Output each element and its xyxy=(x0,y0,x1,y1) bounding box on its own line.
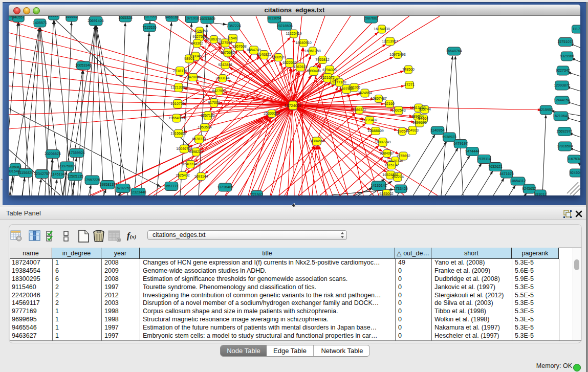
svg-text:19166827: 19166827 xyxy=(170,132,187,136)
svg-text:1691144: 1691144 xyxy=(194,174,208,179)
svg-text:1071918: 1071918 xyxy=(185,16,199,20)
svg-text:9474444: 9474444 xyxy=(465,149,480,154)
svg-text:9777169: 9777169 xyxy=(332,80,346,84)
svg-text:6479197: 6479197 xyxy=(453,142,468,146)
svg-text:9146821: 9146821 xyxy=(257,53,271,57)
svg-text:924506: 924506 xyxy=(570,171,580,175)
svg-text:1145194: 1145194 xyxy=(51,172,64,177)
svg-text:98901: 98901 xyxy=(184,57,194,61)
svg-text:935744: 935744 xyxy=(419,107,431,112)
svg-text:9329966: 9329966 xyxy=(560,54,574,58)
svg-text:16053809: 16053809 xyxy=(199,17,215,21)
svg-text:11156829: 11156829 xyxy=(18,171,34,175)
svg-text:771502: 771502 xyxy=(251,193,263,195)
svg-text:19654: 19654 xyxy=(397,129,407,134)
svg-text:15409948: 15409948 xyxy=(182,162,199,166)
svg-text:19958137: 19958137 xyxy=(99,183,116,187)
svg-text:8678334: 8678334 xyxy=(192,137,206,141)
svg-text:1362615: 1362615 xyxy=(293,65,308,69)
svg-text:1140954: 1140954 xyxy=(430,128,444,133)
svg-text:7955812: 7955812 xyxy=(315,58,330,62)
svg-text:13716485: 13716485 xyxy=(217,185,233,189)
svg-text:10654112: 10654112 xyxy=(510,179,526,183)
svg-text:12444154: 12444154 xyxy=(554,98,570,102)
svg-text:1010755: 1010755 xyxy=(170,102,185,106)
svg-text:23420046: 23420046 xyxy=(185,75,201,79)
svg-text:90517: 90517 xyxy=(49,16,59,18)
svg-text:9227342: 9227342 xyxy=(556,69,570,73)
svg-text:17271: 17271 xyxy=(404,83,415,87)
svg-text:16961758: 16961758 xyxy=(304,49,321,53)
svg-text:1546: 1546 xyxy=(229,36,237,40)
svg-text:2087682: 2087682 xyxy=(364,16,378,20)
svg-text:9498222: 9498222 xyxy=(189,150,203,154)
svg-text:7625402: 7625402 xyxy=(176,173,190,178)
svg-text:18807249: 18807249 xyxy=(375,140,391,144)
svg-text:3215953: 3215953 xyxy=(539,108,553,112)
svg-text:917006: 917006 xyxy=(208,101,220,105)
svg-text:25300213: 25300213 xyxy=(264,112,280,116)
svg-text:10688609: 10688609 xyxy=(367,129,384,133)
svg-text:3624554: 3624554 xyxy=(358,91,372,95)
svg-text:18724007: 18724007 xyxy=(285,103,301,108)
svg-text:16154838: 16154838 xyxy=(374,27,390,31)
svg-text:165532: 165532 xyxy=(66,16,78,19)
svg-text:18640910: 18640910 xyxy=(295,41,312,45)
svg-text:8813054: 8813054 xyxy=(267,16,281,20)
svg-text:3675685: 3675685 xyxy=(221,51,235,55)
svg-text:9245652: 9245652 xyxy=(522,187,536,191)
svg-text:14136141: 14136141 xyxy=(371,184,387,188)
svg-text:1733426: 1733426 xyxy=(394,187,408,191)
svg-text:20691406: 20691406 xyxy=(88,19,104,23)
svg-text:12213967: 12213967 xyxy=(382,39,398,43)
svg-text:8990448: 8990448 xyxy=(307,69,321,73)
svg-text:17957225: 17957225 xyxy=(84,178,100,182)
svg-text:843362: 843362 xyxy=(191,41,203,46)
svg-text:9245002: 9245002 xyxy=(379,192,394,195)
svg-text:252214: 252214 xyxy=(391,175,404,179)
svg-text:62160: 62160 xyxy=(384,102,395,106)
svg-text:12213383: 12213383 xyxy=(170,85,187,90)
svg-text:9899695: 9899695 xyxy=(412,121,427,125)
svg-text:19654983: 19654983 xyxy=(168,116,185,120)
svg-text:1167534: 1167534 xyxy=(567,157,580,161)
svg-text:2867608: 2867608 xyxy=(232,45,247,49)
svg-text:1615132: 1615132 xyxy=(384,163,399,167)
svg-text:1527602: 1527602 xyxy=(143,16,158,18)
svg-text:746266: 746266 xyxy=(348,85,360,90)
svg-text:2803144: 2803144 xyxy=(215,76,230,80)
svg-text:10807487: 10807487 xyxy=(371,97,387,101)
svg-text:5938923: 5938923 xyxy=(442,135,456,139)
svg-text:15692971: 15692971 xyxy=(556,129,573,134)
svg-text:7357224: 7357224 xyxy=(227,24,241,28)
svg-text:16120746: 16120746 xyxy=(387,159,403,163)
svg-text:23226058: 23226058 xyxy=(191,29,208,33)
svg-text:6794028: 6794028 xyxy=(322,68,337,72)
svg-text:12093872: 12093872 xyxy=(554,83,570,87)
svg-text:2935114: 2935114 xyxy=(477,157,491,161)
svg-text:10973493: 10973493 xyxy=(389,53,406,57)
svg-text:8471676: 8471676 xyxy=(499,172,514,176)
svg-text:3267130: 3267130 xyxy=(201,114,215,118)
svg-text:12323448: 12323448 xyxy=(130,190,146,194)
svg-text:16210643: 16210643 xyxy=(553,114,569,118)
svg-text:735061: 735061 xyxy=(9,165,21,169)
svg-text:140557: 140557 xyxy=(12,16,25,19)
svg-text:19218506: 19218506 xyxy=(276,24,293,28)
svg-text:931012: 931012 xyxy=(534,192,547,195)
svg-text:12505135: 12505135 xyxy=(67,174,83,179)
svg-text:1405571: 1405571 xyxy=(33,21,47,25)
svg-text:1065328: 1065328 xyxy=(118,16,133,20)
svg-text:9327508: 9327508 xyxy=(192,35,207,39)
svg-text:7986322: 7986322 xyxy=(352,108,366,112)
svg-text:19384554: 19384554 xyxy=(309,139,325,143)
svg-text:1353594: 1353594 xyxy=(198,125,212,129)
svg-text:23975867: 23975867 xyxy=(59,164,75,168)
svg-text:12342757: 12342757 xyxy=(34,172,50,176)
svg-text:17016504: 17016504 xyxy=(557,144,573,148)
svg-text:8454749: 8454749 xyxy=(247,48,261,52)
svg-text:8427552: 8427552 xyxy=(212,89,226,93)
svg-text:11325419: 11325419 xyxy=(286,32,301,36)
svg-text:7515526: 7515526 xyxy=(142,26,157,30)
svg-text:9084067: 9084067 xyxy=(380,151,394,156)
